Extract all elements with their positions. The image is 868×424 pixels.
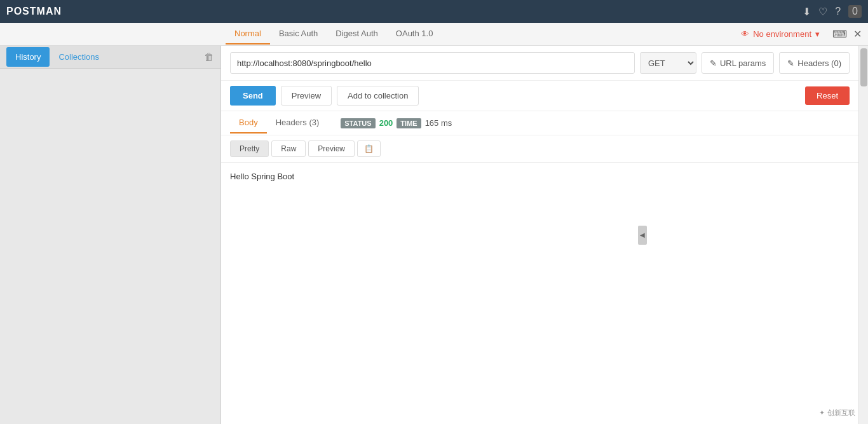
format-raw-button[interactable]: Raw <box>271 140 306 157</box>
scrollbar[interactable] <box>858 46 868 424</box>
add-to-collection-button[interactable]: Add to collection <box>337 86 419 106</box>
trash-icon[interactable]: 🗑 <box>204 51 214 63</box>
keyboard-icon[interactable]: ⌨ <box>832 28 847 40</box>
tab-basic-auth[interactable]: Basic Auth <box>270 24 327 44</box>
collapse-sidebar-button[interactable]: ◀ <box>638 226 647 245</box>
content-area: GET POST PUT DELETE ✎ URL params ✎ Heade… <box>221 46 858 424</box>
environment-selector[interactable]: 👁 No environment ▾ <box>741 29 820 39</box>
watermark-icon: ✦ <box>819 409 825 417</box>
preview-button[interactable]: Preview <box>281 86 332 106</box>
url-bar: GET POST PUT DELETE ✎ URL params ✎ Heade… <box>221 46 858 81</box>
settings-icon[interactable]: ✕ <box>853 28 862 40</box>
status-badge: STATUS 200 TIME 165 ms <box>341 118 452 128</box>
watermark-text: 创新互联 <box>827 408 855 418</box>
sidebar: History Collections 🗑 <box>0 46 221 424</box>
notifications-badge[interactable]: 0 <box>848 5 862 18</box>
download-icon[interactable]: ⬇ <box>803 6 811 18</box>
response-tabs: Body Headers (3) STATUS 200 TIME 165 ms <box>221 111 858 135</box>
copy-icon: 📋 <box>364 144 374 153</box>
watermark: ✦ 创新互联 <box>819 408 855 418</box>
response-content: Hello Spring Boot <box>230 172 294 181</box>
url-input[interactable] <box>230 52 635 74</box>
env-label[interactable]: No environment <box>753 29 811 39</box>
action-bar: Send Preview Add to collection Reset <box>221 81 858 111</box>
response-tab-headers[interactable]: Headers (3) <box>267 113 329 133</box>
chevron-down-icon: ▾ <box>815 29 820 39</box>
sidebar-tab-collections[interactable]: Collections <box>50 47 108 67</box>
top-bar: POSTMAN ⬇ ♡ ? 0 <box>0 0 868 23</box>
sync-icon[interactable]: ♡ <box>818 6 827 18</box>
main-layout: History Collections 🗑 ◀ GET POST PUT DEL… <box>0 46 868 424</box>
headers-button[interactable]: ✎ Headers (0) <box>779 52 850 74</box>
top-bar-icons: ⬇ ♡ ? 0 <box>803 5 862 18</box>
response-body: Hello Spring Boot <box>221 163 858 424</box>
sidebar-tab-history[interactable]: History <box>6 47 50 67</box>
status-value: 200 <box>379 118 393 128</box>
send-button[interactable]: Send <box>230 86 276 106</box>
sidebar-tabs: History Collections 🗑 <box>0 46 220 69</box>
tab-digest-auth[interactable]: Digest Auth <box>327 24 387 44</box>
format-preview-button[interactable]: Preview <box>308 140 355 157</box>
format-bar: Pretty Raw Preview 📋 <box>221 135 858 163</box>
sidebar-content <box>0 69 220 424</box>
headers-edit-icon: ✎ <box>787 58 794 68</box>
tab-normal[interactable]: Normal <box>226 24 270 44</box>
toolbar-icons: ⌨ ✕ <box>832 28 862 40</box>
help-icon[interactable]: ? <box>835 6 841 17</box>
time-value: 165 ms <box>425 118 452 128</box>
eye-icon: 👁 <box>741 29 749 39</box>
auth-tabs-bar: Normal Basic Auth Digest Auth OAuth 1.0 … <box>0 23 868 46</box>
format-pretty-button[interactable]: Pretty <box>230 140 269 157</box>
tab-oauth[interactable]: OAuth 1.0 <box>387 24 442 44</box>
scroll-thumb[interactable] <box>860 48 867 86</box>
copy-button[interactable]: 📋 <box>357 140 381 157</box>
app-title: POSTMAN <box>6 6 62 17</box>
edit-icon: ✎ <box>710 58 717 68</box>
status-label: STATUS <box>341 118 375 128</box>
method-select[interactable]: GET POST PUT DELETE <box>640 52 696 74</box>
time-label: TIME <box>397 118 421 128</box>
reset-button[interactable]: Reset <box>805 86 850 105</box>
url-params-button[interactable]: ✎ URL params <box>702 52 774 74</box>
response-tab-body[interactable]: Body <box>230 113 267 133</box>
